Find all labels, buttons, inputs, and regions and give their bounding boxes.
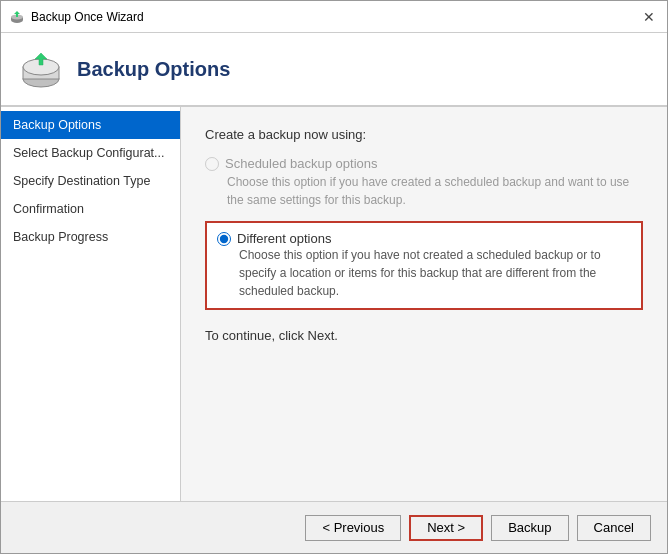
continue-text: To continue, click Next.: [205, 328, 643, 343]
sidebar-item-backup-progress[interactable]: Backup Progress: [1, 223, 180, 251]
window: Backup Once Wizard ✕ Backup Options Back…: [0, 0, 668, 554]
option-scheduled-radio[interactable]: [205, 157, 219, 171]
title-bar: Backup Once Wizard ✕: [1, 1, 667, 33]
window-title: Backup Once Wizard: [31, 10, 144, 24]
option-scheduled-description: Choose this option if you have created a…: [227, 173, 643, 209]
main-content: Create a backup now using: Scheduled bac…: [181, 107, 667, 501]
backup-icon: [17, 45, 65, 93]
cancel-button[interactable]: Cancel: [577, 515, 651, 541]
option-different-description: Choose this option if you have not creat…: [239, 246, 631, 300]
option-scheduled: Scheduled backup options Choose this opt…: [205, 156, 643, 209]
sidebar-item-destination-type[interactable]: Specify Destination Type: [1, 167, 180, 195]
backup-button[interactable]: Backup: [491, 515, 568, 541]
title-bar-left: Backup Once Wizard: [9, 9, 144, 25]
sidebar-item-confirmation[interactable]: Confirmation: [1, 195, 180, 223]
radio-group: Scheduled backup options Choose this opt…: [205, 156, 643, 310]
sidebar-item-select-backup[interactable]: Select Backup Configurat...: [1, 139, 180, 167]
option-different-radio[interactable]: [217, 232, 231, 246]
sidebar-item-backup-options[interactable]: Backup Options: [1, 111, 180, 139]
sidebar: Backup Options Select Backup Configurat.…: [1, 107, 181, 501]
header: Backup Options: [1, 33, 667, 107]
option-different-label[interactable]: Different options: [217, 231, 631, 246]
option-different-box: Different options Choose this option if …: [205, 221, 643, 310]
next-button[interactable]: Next >: [409, 515, 483, 541]
option-scheduled-label[interactable]: Scheduled backup options: [205, 156, 643, 171]
header-icon: [17, 45, 65, 93]
window-icon: [9, 9, 25, 25]
previous-button[interactable]: < Previous: [305, 515, 401, 541]
content-area: Backup Options Select Backup Configurat.…: [1, 107, 667, 501]
close-button[interactable]: ✕: [639, 7, 659, 27]
section-title: Create a backup now using:: [205, 127, 643, 142]
page-title: Backup Options: [77, 58, 230, 81]
footer: < Previous Next > Backup Cancel: [1, 501, 667, 553]
